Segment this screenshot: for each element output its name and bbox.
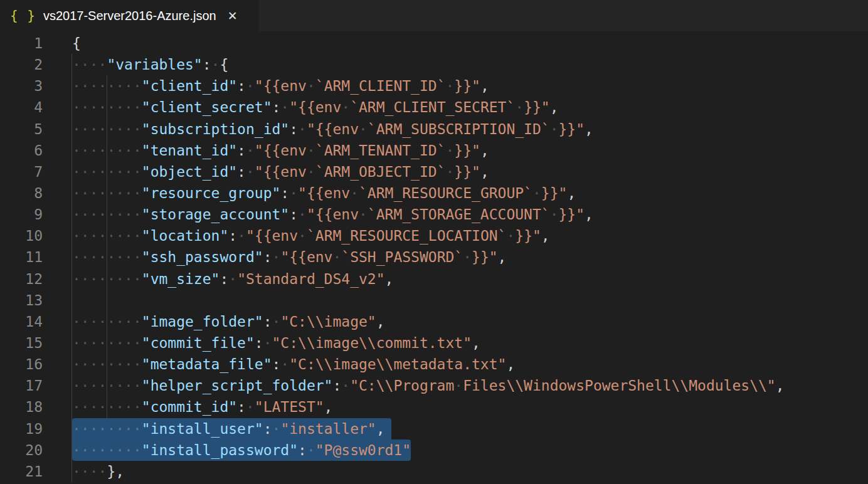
line-number[interactable]: 19 — [0, 418, 43, 439]
code-line[interactable]: 5········"subscription_id":·"{{env·`ARM_… — [0, 118, 868, 140]
token-ws: ···· — [72, 56, 107, 73]
token-str: "{{env — [298, 185, 350, 201]
token-ws: ········ — [72, 356, 142, 372]
token-ws: ········ — [72, 271, 142, 287]
token-ws: · — [446, 78, 455, 94]
token-str: `ARM_STORAGE_ACCOUNT` — [368, 206, 550, 223]
token-ws: ········ — [72, 185, 142, 201]
code-line[interactable]: 4········"client_secret":·"{{env·`ARM_CL… — [0, 97, 868, 118]
token-key: "vm_size" — [142, 271, 220, 287]
token-ws: ···· — [72, 463, 107, 480]
code-line[interactable]: 6········"tenant_id":·"{{env·`ARM_TENANT… — [0, 140, 868, 161]
code-editor[interactable]: 1{2····"variables":·{3········"client_id… — [0, 31, 868, 484]
code-line[interactable]: 13 — [0, 290, 868, 311]
line-number[interactable]: 9 — [0, 204, 43, 225]
line-number[interactable]: 18 — [0, 396, 43, 418]
token-key: "client_id" — [142, 78, 237, 94]
token-str: `ARM_TENANT_ID` — [315, 142, 446, 159]
code-line[interactable]: 9········"storage_account":·"{{env·`ARM_… — [0, 204, 868, 225]
line-number[interactable]: 5 — [0, 118, 43, 140]
token-key: "client_secret" — [142, 99, 272, 115]
line-number[interactable]: 16 — [0, 354, 43, 375]
code-line[interactable]: 12········"vm_size":·"Standard_DS4_v2", — [0, 268, 868, 290]
token-punct: , — [585, 121, 593, 137]
token-str: "C:\\image\\metadata.txt" — [289, 356, 506, 372]
code-line-content: ········"ssh_password":·"{{env·`SSH_PASS… — [72, 246, 868, 268]
code-line-content: ····"variables":·{ — [72, 54, 868, 75]
token-punct: : — [263, 313, 272, 330]
line-number[interactable]: 6 — [0, 140, 43, 161]
code-line[interactable]: 1{ — [0, 33, 868, 54]
token-str: "installer" — [280, 421, 376, 437]
code-text: ········"ssh_password":·"{{env·`SSH_PASS… — [72, 246, 506, 268]
token-ws: · — [463, 249, 472, 265]
code-line[interactable]: 8········"resource_group":·"{{env·`ARM_R… — [0, 182, 868, 204]
close-tab-icon[interactable]: ✕ — [228, 10, 238, 22]
code-line[interactable]: 7········"object_id":·"{{env·`ARM_OBJECT… — [0, 161, 868, 182]
token-key: "object_id" — [142, 164, 237, 180]
line-number[interactable]: 7 — [0, 161, 43, 182]
line-number[interactable]: 15 — [0, 332, 43, 354]
token-ws: · — [515, 99, 524, 115]
code-text: ····"variables":·{ — [72, 54, 228, 75]
code-line[interactable]: 17········"helper_script_folder":·"C:\\P… — [0, 375, 868, 396]
token-punct: : — [332, 377, 341, 394]
line-number[interactable]: 11 — [0, 246, 43, 268]
line-number[interactable]: 21 — [0, 461, 43, 482]
code-line[interactable]: 19········"install_user":·"installer", — [0, 418, 868, 439]
code-line[interactable]: 21····}, — [0, 461, 868, 482]
token-ws: · — [532, 185, 541, 201]
token-ws: · — [550, 206, 559, 223]
tab-vs2017-server2016-azure-json[interactable]: { } vs2017-Server2016-Azure.json ✕ — [0, 0, 259, 31]
token-punct: , — [480, 164, 489, 180]
code-line[interactable]: 2····"variables":·{ — [0, 54, 868, 75]
code-text: ········"object_id":·"{{env·`ARM_OBJECT_… — [72, 161, 489, 182]
line-number[interactable]: 4 — [0, 97, 43, 118]
code-line[interactable]: 16········"metadata_file":·"C:\\image\\m… — [0, 354, 868, 375]
token-punct: : — [272, 356, 281, 372]
line-number[interactable]: 10 — [0, 225, 43, 246]
code-line[interactable]: 10········"location":·"{{env·`ARM_RESOUR… — [0, 225, 868, 246]
code-line-content: ········"subscription_id":·"{{env·`ARM_S… — [72, 118, 868, 140]
line-number[interactable]: 17 — [0, 375, 43, 396]
line-number[interactable]: 3 — [0, 75, 43, 97]
code-line[interactable]: 11········"ssh_password":·"{{env·`SSH_PA… — [0, 246, 868, 268]
selected-text: ········"install_user":·"installer", — [72, 418, 391, 439]
token-punct: : — [237, 142, 246, 159]
token-punct: : — [237, 78, 246, 94]
code-line-content: ········"tenant_id":·"{{env·`ARM_TENANT_… — [72, 140, 868, 161]
token-punct: }, — [107, 463, 124, 480]
code-text: ········"storage_account":·"{{env·`ARM_S… — [72, 204, 593, 225]
token-str: "{{env — [289, 99, 341, 115]
code-line-content: ········"commit_id":·"LATEST", — [72, 396, 868, 418]
line-number[interactable]: 1 — [0, 33, 43, 54]
token-str: }}" — [472, 249, 498, 265]
line-number[interactable]: 12 — [0, 268, 43, 290]
token-ws: · — [298, 121, 307, 137]
token-ws: · — [307, 164, 315, 180]
token-punct: : — [255, 335, 263, 351]
code-line[interactable]: 3········"client_id":·"{{env·`ARM_CLIENT… — [0, 75, 868, 97]
line-number[interactable]: 8 — [0, 182, 43, 204]
line-number[interactable]: 20 — [0, 439, 43, 461]
line-number[interactable]: 13 — [0, 290, 43, 311]
token-ws: ········ — [72, 142, 142, 159]
token-str: "{{env — [280, 249, 332, 265]
token-str: "C:\\image" — [280, 313, 376, 330]
token-str: `ARM_RESOURCE_GROUP` — [359, 185, 532, 201]
code-text: ········"tenant_id":·"{{env·`ARM_TENANT_… — [72, 140, 489, 161]
token-ws: · — [332, 249, 341, 265]
code-line[interactable]: 18········"commit_id":·"LATEST", — [0, 396, 868, 418]
line-number[interactable]: 14 — [0, 311, 43, 332]
code-line[interactable]: 20········"install_password":·"P@ssw0rd1… — [0, 439, 868, 461]
token-punct: , — [550, 99, 559, 115]
code-line[interactable]: 15········"commit_file":·"C:\\image\\com… — [0, 332, 868, 354]
token-ws: · — [341, 99, 350, 115]
token-ws: · — [280, 99, 289, 115]
token-ws: · — [237, 228, 246, 244]
token-punct: , — [385, 271, 394, 287]
token-ws: ········ — [72, 442, 142, 458]
token-ws: · — [211, 56, 220, 73]
code-line[interactable]: 14········"image_folder":·"C:\\image", — [0, 311, 868, 332]
line-number[interactable]: 2 — [0, 54, 43, 75]
